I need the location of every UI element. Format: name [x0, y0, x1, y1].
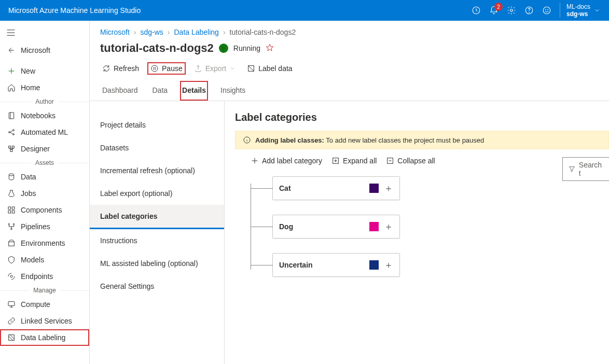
label-node[interactable]: Dog ＋ [272, 215, 400, 239]
export-button: Export [192, 63, 238, 74]
chevron-down-icon [229, 65, 236, 72]
breadcrumb-current: tutorial-cats-n-dogs2 [230, 28, 296, 36]
tab-dashboard[interactable]: Dashboard [100, 81, 140, 101]
nav-data-labeling[interactable]: Data Labeling [0, 329, 89, 346]
svg-point-10 [13, 134, 15, 135]
detail-panel: Label categories Adding label classes: T… [225, 101, 609, 364]
nav-automl[interactable]: Automated ML [0, 124, 89, 141]
subnav-label-categories[interactable]: Label categories [90, 205, 224, 229]
tabs: Dashboard Data Details Insights [90, 81, 609, 101]
tab-details[interactable]: Details [180, 81, 208, 101]
status-running-icon [219, 44, 228, 53]
automl-icon [7, 128, 16, 136]
back-arrow-icon [7, 46, 16, 54]
settings-icon[interactable] [507, 6, 516, 15]
tab-insights[interactable]: Insights [218, 81, 247, 101]
designer-icon [7, 145, 16, 153]
svg-point-14 [9, 174, 13, 176]
pause-button[interactable]: Pause [148, 63, 185, 74]
subnav-ml-assisted[interactable]: ML assisted labeling (optional) [90, 252, 224, 275]
top-bar-actions: 2 ML-docs sdg-ws [472, 3, 601, 18]
add-child-label-icon[interactable]: ＋ [384, 220, 393, 233]
svg-rect-12 [12, 146, 14, 148]
label-color-swatch [369, 222, 379, 231]
breadcrumb-microsoft[interactable]: Microsoft [100, 28, 130, 36]
chevron-right-icon: › [223, 28, 226, 36]
subnav-incremental[interactable]: Incremental refresh (optional) [90, 159, 224, 182]
nav-group-manage: Manage [29, 287, 60, 294]
details-subnav: Project details Datasets Incremental ref… [90, 101, 225, 364]
nav-data[interactable]: Data [0, 169, 89, 185]
add-child-label-icon[interactable]: ＋ [384, 182, 393, 194]
jobs-icon [7, 189, 16, 198]
expand-all-button[interactable]: Expand all [331, 157, 377, 165]
nav-notebooks[interactable]: Notebooks [0, 107, 89, 124]
models-icon [7, 256, 16, 264]
svg-rect-17 [8, 211, 11, 213]
collapse-all-button[interactable]: Collapse all [386, 157, 435, 165]
svg-point-19 [8, 223, 10, 225]
label-color-swatch [369, 260, 379, 270]
add-label-category-button[interactable]: Add label category [251, 157, 322, 165]
svg-rect-13 [10, 149, 12, 151]
subnav-project-details[interactable]: Project details [90, 114, 224, 136]
svg-point-23 [10, 275, 12, 277]
nav-home[interactable]: Home [0, 79, 89, 96]
nav-linked-services[interactable]: Linked Services [0, 313, 89, 329]
left-nav: Microsoft New Home Author Notebooks Auto… [0, 21, 90, 364]
plus-icon [251, 157, 259, 165]
add-child-label-icon[interactable]: ＋ [384, 259, 393, 271]
history-icon[interactable] [472, 6, 481, 15]
label-color-swatch [369, 184, 379, 193]
pause-icon [150, 64, 159, 73]
breadcrumb-data-labeling[interactable]: Data Labeling [174, 28, 219, 36]
label-node[interactable]: Cat ＋ [272, 176, 400, 200]
refresh-button[interactable]: Refresh [100, 63, 141, 74]
export-icon [194, 64, 202, 73]
feedback-icon[interactable] [542, 6, 551, 15]
notifications-icon[interactable]: 2 [489, 6, 499, 15]
data-icon [7, 173, 16, 181]
label-data-button[interactable]: Label data [245, 63, 294, 74]
info-banner: Adding label classes: To add new label c… [235, 131, 609, 149]
subnav-datasets[interactable]: Datasets [90, 136, 224, 159]
plus-icon [7, 67, 16, 75]
svg-point-4 [543, 7, 550, 14]
help-icon[interactable] [524, 6, 534, 15]
svg-point-1 [510, 9, 513, 12]
svg-point-8 [9, 132, 10, 133]
expand-icon [331, 157, 340, 165]
svg-point-3 [529, 12, 530, 12]
svg-point-6 [548, 9, 548, 10]
subnav-general-settings[interactable]: General Settings [90, 275, 224, 298]
nav-models[interactable]: Models [0, 251, 89, 268]
nav-endpoints[interactable]: Endpoints [0, 268, 89, 285]
subnav-label-export[interactable]: Label export (optional) [90, 182, 224, 205]
favorite-star-icon[interactable] [266, 44, 274, 53]
label-node[interactable]: Uncertain ＋ [272, 253, 400, 277]
nav-environments[interactable]: Environments [0, 235, 89, 251]
subnav-instructions[interactable]: Instructions [90, 229, 224, 252]
filter-icon [568, 165, 576, 173]
svg-rect-25 [9, 335, 15, 341]
svg-rect-16 [12, 207, 15, 209]
endpoints-icon [7, 272, 16, 281]
svg-point-5 [545, 9, 546, 10]
hamburger-icon[interactable] [0, 25, 89, 42]
action-toolbar: Refresh Pause Export Label data [90, 59, 609, 81]
tab-data[interactable]: Data [150, 81, 170, 101]
account-menu[interactable]: ML-docs sdg-ws [560, 3, 601, 18]
nav-compute[interactable]: Compute [0, 296, 89, 313]
nav-pipelines[interactable]: Pipelines [0, 218, 89, 235]
nav-components[interactable]: Components [0, 202, 89, 218]
chevron-right-icon: › [134, 28, 136, 36]
label-name: Uncertain [279, 261, 313, 269]
svg-rect-15 [8, 207, 11, 209]
link-icon [7, 317, 16, 325]
nav-back-microsoft[interactable]: Microsoft [0, 42, 89, 59]
chevron-down-icon [593, 7, 601, 14]
breadcrumb-workspace[interactable]: sdg-ws [140, 28, 163, 36]
nav-designer[interactable]: Designer [0, 141, 89, 157]
nav-new[interactable]: New [0, 63, 89, 79]
nav-jobs[interactable]: Jobs [0, 185, 89, 202]
